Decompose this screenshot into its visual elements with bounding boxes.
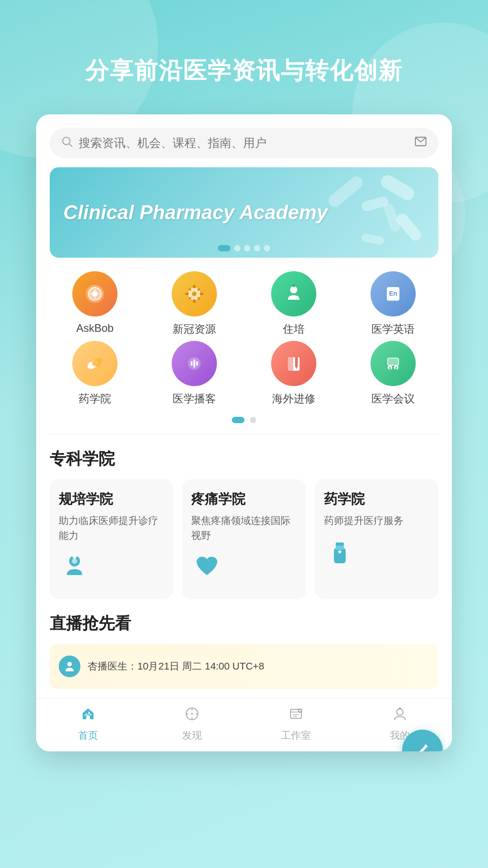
search-input[interactable] xyxy=(79,136,408,150)
covid-label: 新冠资源 xyxy=(173,322,216,336)
svg-rect-43 xyxy=(73,554,76,559)
icon-item-english[interactable]: En 医学英语 xyxy=(352,271,434,336)
discover-label: 发现 xyxy=(182,729,202,742)
english-icon: En xyxy=(371,271,416,316)
guipei-title: 规培学院 xyxy=(59,490,164,509)
banner-dot-2 xyxy=(234,245,240,251)
svg-point-20 xyxy=(290,286,297,293)
pharmacy-icon xyxy=(72,341,117,386)
live-header: 直播抢先看 xyxy=(50,613,438,635)
mail-icon[interactable] xyxy=(414,135,427,151)
nav-item-home[interactable]: 首页 xyxy=(61,706,115,742)
svg-text:En: En xyxy=(389,290,397,297)
svg-point-50 xyxy=(67,662,72,666)
podcast-icon xyxy=(172,341,217,386)
live-preview-card[interactable]: 杏播医生：10月21日 周二 14:00 UTC+8 xyxy=(50,644,438,689)
studio-icon xyxy=(288,706,304,726)
phone-card: Clinical Pharmacy Academy xyxy=(36,114,452,751)
live-title: 直播抢先看 xyxy=(50,613,131,635)
svg-line-15 xyxy=(189,297,191,299)
askbob-label: AskBob xyxy=(76,322,114,335)
guipei-desc: 助力临床医师提升诊疗能力 xyxy=(59,513,164,543)
icon-item-overseas[interactable]: 海外进修 xyxy=(253,341,334,406)
conference-icon xyxy=(371,341,416,386)
svg-line-13 xyxy=(198,297,199,299)
specialty-title: 专科学院 xyxy=(36,448,452,479)
svg-point-19 xyxy=(201,292,203,295)
english-label: 医学英语 xyxy=(371,322,415,336)
svg-point-17 xyxy=(193,300,196,303)
icon-grid: AskBob xyxy=(36,267,452,406)
icon-item-podcast[interactable]: 医学播客 xyxy=(154,341,235,406)
yaoxue-desc: 药师提升医疗服务 xyxy=(324,513,429,528)
svg-line-14 xyxy=(198,289,199,290)
icon-item-pharmacy[interactable]: 药学院 xyxy=(54,341,136,406)
svg-rect-31 xyxy=(196,361,198,366)
svg-point-44 xyxy=(72,558,77,564)
nav-item-studio[interactable]: 工作室 xyxy=(269,706,323,742)
svg-rect-39 xyxy=(389,367,391,370)
svg-rect-67 xyxy=(399,707,400,710)
banner-dot-3 xyxy=(244,245,250,251)
banner-dot-5 xyxy=(264,245,270,251)
banner-pill-decor xyxy=(316,172,434,253)
overseas-label: 海外进修 xyxy=(272,392,315,406)
svg-rect-22 xyxy=(293,284,295,287)
yaoxue-icon xyxy=(324,535,429,573)
guipei-icon xyxy=(59,550,164,588)
profile-icon xyxy=(392,706,408,726)
tengtong-icon xyxy=(191,550,296,588)
svg-line-1 xyxy=(69,144,72,147)
live-section: 直播抢先看 杏播医生：10月21日 周二 14:00 UTC+8 xyxy=(36,613,452,698)
tengtong-title: 疼痛学院 xyxy=(191,490,296,509)
home-label: 首页 xyxy=(78,729,98,742)
tengtong-desc: 聚焦疼痛领域连接国际视野 xyxy=(191,513,296,543)
live-card-text: 杏播医生：10月21日 周二 14:00 UTC+8 xyxy=(88,660,264,673)
icon-item-covid[interactable]: 新冠资源 xyxy=(154,271,235,336)
icon-item-zhupei[interactable]: 住培 xyxy=(253,271,334,336)
banner-dot-4 xyxy=(254,245,260,251)
bottom-nav: 首页 发现 xyxy=(36,698,452,751)
search-bar[interactable] xyxy=(50,128,438,158)
svg-rect-47 xyxy=(336,542,344,546)
live-card-icon xyxy=(59,656,80,677)
svg-point-7 xyxy=(192,292,197,296)
icon-row-1: AskBob xyxy=(45,271,443,336)
nav-item-discover[interactable]: 发现 xyxy=(165,706,219,742)
studio-label: 工作室 xyxy=(281,729,311,742)
icon-item-askbob[interactable]: AskBob xyxy=(54,271,136,336)
svg-rect-29 xyxy=(191,361,192,366)
specialty-card-yaoxue[interactable]: 药学院 药师提升医疗服务 xyxy=(315,479,438,599)
svg-rect-30 xyxy=(193,359,195,368)
zhupei-label: 住培 xyxy=(283,322,305,336)
svg-point-0 xyxy=(63,137,70,145)
discover-icon xyxy=(184,706,200,726)
specialty-section: 专科学院 规培学院 助力临床医师提升诊疗能力 疼痛学院 xyxy=(36,434,452,613)
zhupei-icon xyxy=(271,271,316,316)
overseas-icon xyxy=(271,341,316,386)
banner-dots xyxy=(218,245,270,251)
svg-line-12 xyxy=(189,289,191,290)
page-dot-2 xyxy=(250,417,256,423)
hero-text: 分享前沿医学资讯与转化创新 xyxy=(0,0,488,114)
search-icon xyxy=(61,135,73,151)
specialty-card-guipei[interactable]: 规培学院 助力临床医师提升诊疗能力 xyxy=(50,479,173,599)
home-icon xyxy=(80,706,96,726)
pharmacy-label: 药学院 xyxy=(79,392,111,406)
svg-point-5 xyxy=(92,291,98,297)
svg-point-65 xyxy=(397,709,403,715)
banner-dot-1 xyxy=(218,245,230,251)
specialty-card-tengton[interactable]: 疼痛学院 聚焦疼痛领域连接国际视野 xyxy=(182,479,305,599)
banner[interactable]: Clinical Pharmacy Academy xyxy=(50,167,438,258)
covid-icon xyxy=(172,271,217,316)
specialty-cards: 规培学院 助力临床医师提升诊疗能力 疼痛学院 聚焦疼痛领域连接国际视野 xyxy=(36,479,452,613)
askbob-icon xyxy=(72,271,117,316)
svg-point-18 xyxy=(185,292,188,295)
page-dot-1 xyxy=(232,417,244,423)
svg-rect-49 xyxy=(339,550,341,553)
icon-item-conference[interactable]: 医学会议 xyxy=(352,341,434,406)
svg-point-16 xyxy=(193,285,196,288)
banner-text: Clinical Pharmacy Academy xyxy=(63,199,328,225)
svg-rect-40 xyxy=(395,367,397,370)
podcast-label: 医学播客 xyxy=(173,392,216,406)
